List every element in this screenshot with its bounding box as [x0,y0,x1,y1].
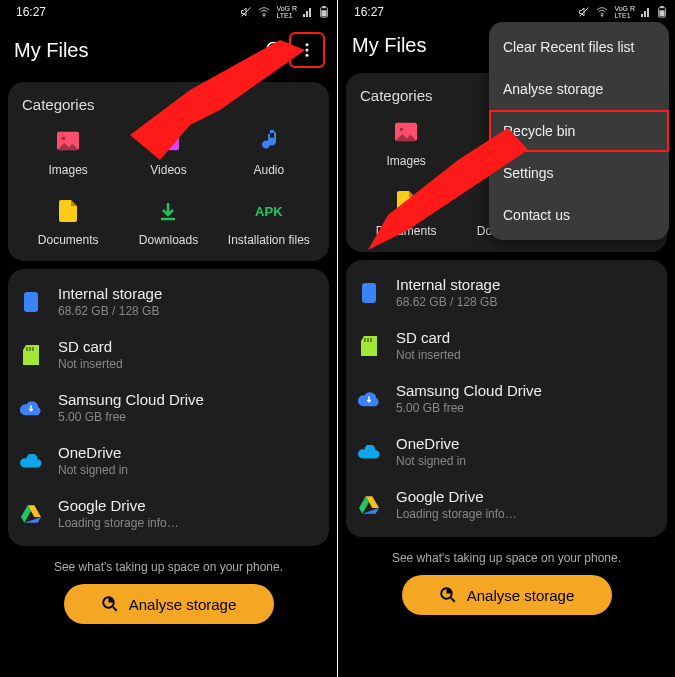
storage-sub: Not signed in [58,463,128,477]
storage-sub: 68.62 GB / 128 GB [396,295,500,309]
battery-icon [657,6,667,18]
storage-samsung-cloud-drive[interactable]: Samsung Cloud Drive5.00 GB free [16,381,321,434]
network-label: VoG R LTE1 [276,5,297,19]
svg-rect-33 [370,338,372,342]
apk-icon: APK [255,197,282,225]
svg-point-6 [306,49,309,52]
svg-rect-2 [322,6,325,8]
svg-rect-24 [660,6,663,8]
analyse-label: Analyse storage [129,596,237,613]
network-label: VoG R LTE1 [614,5,635,19]
battery-icon [319,6,329,18]
gdrive-icon [20,503,42,525]
category-images[interactable]: Images [18,127,118,177]
category-audio[interactable]: Audio [219,127,319,177]
category-installation-files[interactable]: APKInstallation files [219,197,319,247]
svg-rect-32 [367,338,369,342]
menu-contact-us[interactable]: Contact us [489,194,669,236]
svg-rect-13 [26,347,28,351]
categories-card: Categories ImagesVideosAudioDocumentsDow… [8,82,329,261]
status-time: 16:27 [354,5,384,19]
svg-rect-25 [659,10,664,16]
analyse-icon [439,586,457,604]
category-documents[interactable]: Documents [356,188,456,238]
storage-name: Internal storage [396,276,500,293]
signal-icon [641,7,651,17]
storage-sub: Not inserted [58,357,123,371]
category-videos[interactable]: Videos [118,127,218,177]
categories-grid: ImagesVideosAudioDocumentsDownloadsAPKIn… [18,127,319,247]
storage-sub: Loading storage info… [396,507,517,521]
status-bar: 16:27 VoG R LTE1 [338,0,675,24]
page-title: My Files [352,34,426,57]
category-label: Images [386,154,425,168]
page-title: My Files [14,39,88,62]
footer-note: See what's taking up space on your phone… [338,551,675,565]
analyse-button[interactable]: Analyse storage [64,584,274,624]
menu-settings[interactable]: Settings [489,152,669,194]
app-header: My Files [0,24,337,82]
analyse-icon [101,595,119,613]
document-icon [59,197,77,225]
onedrive-icon [358,441,380,463]
storage-name: SD card [396,329,461,346]
category-label: Documents [376,224,437,238]
search-button[interactable] [259,34,291,66]
storage-sub: 5.00 GB free [58,410,204,424]
category-images[interactable]: Images [356,118,456,168]
menu-recycle-bin[interactable]: Recycle bin [489,110,669,152]
storage-samsung-cloud-drive[interactable]: Samsung Cloud Drive5.00 GB free [354,372,659,425]
svg-rect-15 [32,347,34,351]
video-icon [157,127,179,155]
svg-point-7 [306,54,309,57]
sd-icon [358,335,380,357]
category-downloads[interactable]: Downloads [118,197,218,247]
download-icon [158,197,178,225]
storage-name: OneDrive [396,435,466,452]
phone-left: 16:27 VoG R LTE1 My Files Categories Ima… [0,0,337,677]
storage-name: Internal storage [58,285,162,302]
svg-point-5 [306,43,309,46]
storage-sd-card[interactable]: SD cardNot inserted [354,319,659,372]
analyse-label: Analyse storage [467,587,575,604]
storage-sd-card[interactable]: SD cardNot inserted [16,328,321,381]
storage-onedrive[interactable]: OneDriveNot signed in [16,434,321,487]
document-icon [397,188,415,216]
category-label: Documents [38,233,99,247]
storage-internal-storage[interactable]: Internal storage68.62 GB / 128 GB [16,275,321,328]
category-label: Installation files [228,233,310,247]
menu-analyse-storage[interactable]: Analyse storage [489,68,669,110]
category-label: Audio [253,163,284,177]
phone-icon [358,282,380,304]
storage-name: OneDrive [58,444,128,461]
storage-onedrive[interactable]: OneDriveNot signed in [354,425,659,478]
status-time: 16:27 [16,5,46,19]
analyse-button[interactable]: Analyse storage [402,575,612,615]
categories-title: Categories [18,96,319,113]
cloud-icon [20,397,42,419]
storage-google-drive[interactable]: Google DriveLoading storage info… [354,478,659,531]
category-label: Images [48,163,87,177]
wifi-icon [596,6,608,18]
more-button[interactable] [291,34,323,66]
status-bar: 16:27 VoG R LTE1 [0,0,337,24]
storage-google-drive[interactable]: Google DriveLoading storage info… [16,487,321,540]
category-label: Downloads [139,233,198,247]
gdrive-icon [358,494,380,516]
cloud-icon [358,388,380,410]
svg-rect-14 [29,347,31,351]
audio-icon [260,127,278,155]
footer-note: See what's taking up space on your phone… [0,560,337,574]
wifi-icon [258,6,270,18]
svg-point-22 [602,15,604,17]
image-icon [57,127,79,155]
svg-rect-30 [362,283,376,303]
storage-name: Samsung Cloud Drive [58,391,204,408]
storage-name: SD card [58,338,123,355]
storage-sub: 5.00 GB free [396,401,542,415]
menu-clear-recent-files-list[interactable]: Clear Recent files list [489,26,669,68]
storage-internal-storage[interactable]: Internal storage68.62 GB / 128 GB [354,266,659,319]
category-label: Videos [150,163,186,177]
category-documents[interactable]: Documents [18,197,118,247]
signal-icon [303,7,313,17]
